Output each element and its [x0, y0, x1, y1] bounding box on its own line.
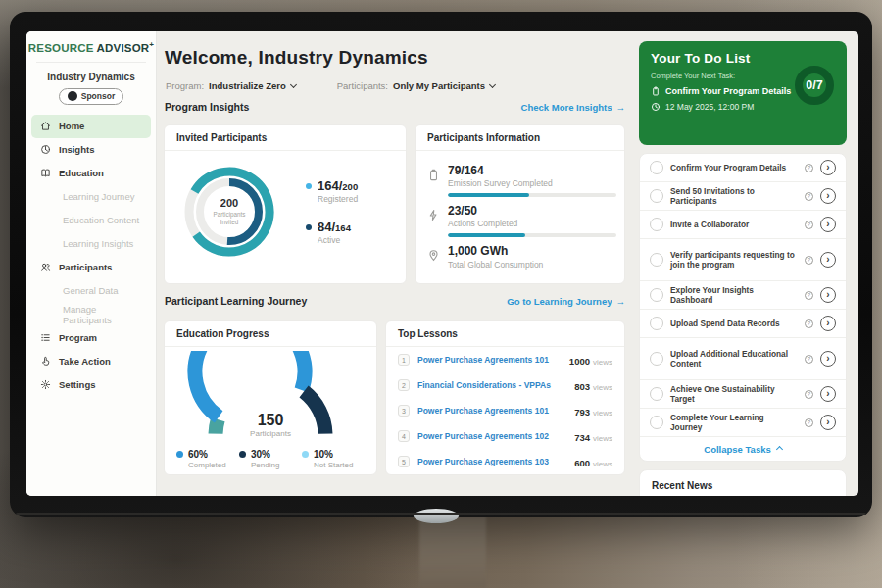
task-open-button[interactable]: › — [820, 287, 836, 303]
task-row[interactable]: Upload Spend Data Records?› — [640, 310, 846, 338]
help-icon[interactable]: ? — [805, 418, 813, 427]
lesson-rank: 1 — [398, 354, 410, 366]
views-suffix: views — [593, 460, 612, 468]
stat-item: 23/50Actions Completed — [427, 205, 612, 237]
sidebar-item-home[interactable]: Home — [31, 115, 151, 138]
task-row[interactable]: Upload Additional Educational Content?› — [640, 338, 846, 380]
views-suffix: views — [593, 358, 612, 367]
stat-label: Total Global Consumption — [448, 260, 543, 270]
todo-title: Your To Do List — [651, 51, 835, 66]
program-filter-value[interactable]: Industrialize Zero — [209, 80, 286, 91]
help-icon[interactable]: ? — [805, 256, 813, 265]
stat-row: 1,000 GWhTotal Global Consumption — [427, 245, 612, 269]
collapse-tasks-link[interactable]: Collapse Tasks — [640, 437, 846, 461]
task-checkbox[interactable] — [650, 387, 663, 401]
check-more-insights-link[interactable]: Check More Insights→ — [521, 102, 625, 113]
views-suffix: views — [593, 434, 612, 443]
participants-icon — [40, 262, 51, 272]
task-open-button[interactable]: › — [820, 386, 836, 402]
sidebar-item-label: Learning Insights — [63, 238, 133, 249]
stat-text: 23/50Actions Completed — [448, 205, 517, 228]
help-icon[interactable]: ? — [805, 164, 813, 172]
task-checkbox[interactable] — [650, 218, 663, 231]
lesson-rank: 2 — [398, 379, 410, 391]
sidebar-item-label: Education — [59, 168, 104, 178]
task-checkbox[interactable] — [650, 288, 663, 302]
participants-filter[interactable]: Participants:Only My Participants — [337, 80, 495, 91]
help-icon[interactable]: ? — [805, 319, 813, 328]
task-open-button[interactable]: › — [820, 160, 836, 175]
stat-value: 23/50 — [448, 205, 517, 218]
help-icon[interactable]: ? — [805, 192, 813, 201]
task-row[interactable]: Invite a Collaborator?› — [640, 211, 846, 239]
section-title: Program Insights — [165, 101, 249, 113]
task-checkbox[interactable] — [650, 161, 663, 174]
task-row[interactable]: Explore Your Insights Dashboard?› — [640, 281, 846, 310]
page-title: Welcome, Industry Dynamics — [165, 47, 428, 69]
stat-label: Actions Completed — [448, 219, 517, 228]
lesson-views: 803views — [574, 376, 612, 394]
arrow-right-icon: → — [616, 102, 626, 113]
sidebar-item-manage-participants[interactable]: Manage Participants — [31, 303, 151, 326]
task-open-button[interactable]: › — [820, 316, 836, 331]
sidebar-item-participants[interactable]: Participants — [31, 256, 151, 279]
sidebar-item-settings[interactable]: Settings — [31, 373, 151, 397]
sidebar-item-learning-insights[interactable]: Learning Insights — [31, 232, 151, 256]
sidebar-item-education[interactable]: Education — [31, 162, 151, 185]
home-icon — [40, 121, 51, 131]
lesson-link[interactable]: Power Purchase Agreements 103 — [417, 457, 566, 466]
sidebar-item-education-content[interactable]: Education Content — [31, 209, 151, 232]
education-progress-gauge: 150 Participants — [187, 351, 354, 441]
legend-label: Registered — [318, 194, 358, 204]
lesson-link[interactable]: Power Purchase Agreements 101 — [417, 406, 566, 416]
views-suffix: views — [593, 409, 612, 417]
task-row[interactable]: Verify participants requesting to join t… — [640, 239, 846, 281]
legend-label: Not Started — [314, 461, 353, 469]
help-icon[interactable]: ? — [805, 220, 813, 229]
sidebar-item-learning-journey[interactable]: Learning Journey — [31, 185, 151, 209]
task-rows: Confirm Your Program Details?›Send 50 In… — [640, 154, 846, 437]
legend-denominator: 164 — [335, 222, 351, 233]
task-open-button[interactable]: › — [820, 351, 836, 367]
task-label: Explore Your Insights Dashboard — [670, 285, 798, 306]
task-open-button[interactable]: › — [820, 252, 836, 268]
sidebar-item-take-action[interactable]: Take Action — [31, 350, 151, 373]
legend-text: 84/164Active — [318, 220, 351, 245]
task-row[interactable]: Complete Your Learning Journey?› — [640, 409, 846, 437]
lesson-link[interactable]: Power Purchase Agreements 102 — [417, 431, 566, 441]
lesson-link[interactable]: Power Purchase Agreements 101 — [417, 355, 562, 365]
lesson-row: 2Financial Considerations - VPPAs803view… — [386, 372, 624, 398]
legend-text: 30%Pending — [251, 449, 279, 469]
help-icon[interactable]: ? — [805, 390, 813, 399]
program-filter[interactable]: Program:Industrialize Zero — [166, 80, 296, 91]
task-row[interactable]: Achieve One Sustainability Target?› — [640, 380, 846, 409]
education-icon — [40, 168, 51, 178]
sponsor-icon — [68, 91, 77, 101]
go-to-learning-journey-link[interactable]: Go to Learning Journey→ — [507, 296, 625, 307]
card-title: Invited Participants — [165, 125, 406, 151]
task-row[interactable]: Confirm Your Program Details?› — [640, 154, 846, 182]
participants-filter-value[interactable]: Only My Participants — [393, 80, 485, 91]
help-icon[interactable]: ? — [805, 291, 813, 300]
task-checkbox[interactable] — [650, 416, 663, 429]
task-checkbox[interactable] — [650, 253, 663, 267]
lesson-link[interactable]: Financial Considerations - VPPAs — [417, 380, 566, 390]
task-row[interactable]: Send 50 Invitations to Participants?› — [640, 182, 846, 211]
task-open-button[interactable]: › — [820, 415, 836, 430]
chevron-down-icon — [290, 81, 297, 88]
app-logo: RESOURCE ADVISOR+ — [26, 40, 156, 54]
sidebar-item-insights[interactable]: Insights — [31, 138, 151, 162]
task-open-button[interactable]: › — [820, 188, 836, 204]
task-checkbox[interactable] — [650, 352, 663, 366]
program-insights-header: Program Insights Check More Insights→ — [165, 101, 625, 113]
stat-label: Emission Survey Completed — [448, 178, 553, 188]
sponsor-badge[interactable]: Sponsor — [59, 88, 123, 105]
help-icon[interactable]: ? — [805, 355, 813, 364]
education-progress-card: Education Progress 150 Participants 60%C… — [164, 320, 377, 475]
sidebar-item-general-data[interactable]: General Data — [31, 279, 151, 303]
task-checkbox[interactable] — [650, 189, 663, 203]
sidebar-item-program[interactable]: Program — [31, 326, 151, 350]
task-checkbox[interactable] — [650, 317, 663, 330]
task-open-button[interactable]: › — [820, 217, 836, 232]
stat-row: 79/164Emission Survey Completed — [427, 165, 612, 188]
